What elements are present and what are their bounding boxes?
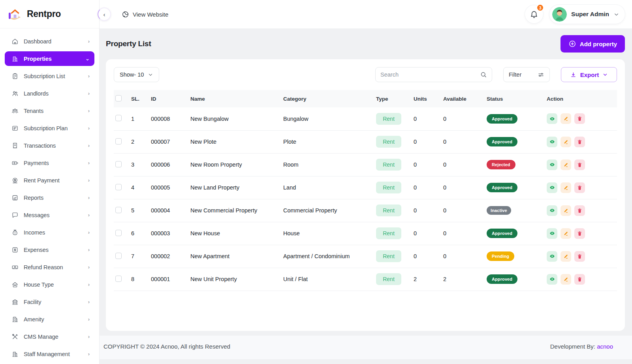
row-checkbox[interactable] xyxy=(115,184,122,190)
cell-units: 0 xyxy=(412,176,442,199)
edit-button[interactable] xyxy=(561,159,571,170)
payments-icon xyxy=(11,159,19,167)
col-header-sl: SL. xyxy=(130,90,149,107)
row-checkbox[interactable] xyxy=(115,230,122,236)
sidebar-item-tenants[interactable]: Tenants › xyxy=(5,103,94,118)
edit-button[interactable] xyxy=(561,251,571,262)
sidebar-item-label: Facility xyxy=(24,299,88,305)
delete-button[interactable] xyxy=(574,159,585,170)
delete-button[interactable] xyxy=(574,113,585,124)
export-button[interactable]: Export xyxy=(561,67,617,82)
view-button[interactable] xyxy=(547,137,557,147)
incomes-icon xyxy=(11,229,19,236)
status-badge: Approved xyxy=(487,114,517,124)
cell-name: New Plote xyxy=(189,130,282,153)
delete-button[interactable] xyxy=(574,137,585,147)
sidebar-item-rent-payment[interactable]: Rent Payment › xyxy=(5,173,94,188)
view-website-link[interactable]: View Website xyxy=(122,11,168,18)
sidebar-item-payments[interactable]: Payments › xyxy=(5,156,94,170)
view-button[interactable] xyxy=(547,274,557,285)
sidebar-item-label: House Type xyxy=(24,281,88,288)
sidebar-item-reports[interactable]: Reports › xyxy=(5,190,94,205)
notification-badge: 3 xyxy=(536,4,544,11)
sidebar-item-house-type[interactable]: House Type › xyxy=(5,277,94,292)
sidebar-item-facility[interactable]: Facility › xyxy=(5,295,94,309)
row-checkbox[interactable] xyxy=(115,253,122,259)
trash-icon xyxy=(577,231,582,236)
cell-available: 0 xyxy=(442,153,485,176)
globe-icon xyxy=(122,11,129,18)
sidebar-item-subscription-plan[interactable]: Subscription Plan › xyxy=(5,121,94,135)
sidebar-item-expenses[interactable]: Expenses › xyxy=(5,242,94,257)
bell-icon xyxy=(530,10,538,19)
edit-button[interactable] xyxy=(561,274,571,285)
sidebar-item-incomes[interactable]: Incomes › xyxy=(5,225,94,240)
sidebar-item-messages[interactable]: Messages › xyxy=(5,208,94,222)
add-property-button[interactable]: Add property xyxy=(561,35,625,53)
row-checkbox[interactable] xyxy=(115,207,122,213)
delete-button[interactable] xyxy=(574,182,585,193)
refund-reason-icon xyxy=(11,263,19,271)
brand-logo[interactable]: Rentpro xyxy=(0,0,99,28)
view-button[interactable] xyxy=(547,228,557,239)
sidebar-item-dashboard[interactable]: Dashboard › xyxy=(5,34,94,49)
sidebar-item-amenity[interactable]: Amenity › xyxy=(5,312,94,326)
delete-button[interactable] xyxy=(574,274,585,285)
select-all-checkbox[interactable] xyxy=(115,95,122,101)
topbar: View Website 3 Supe xyxy=(100,0,632,28)
sidebar-item-properties[interactable]: Properties ⌄ xyxy=(5,51,94,66)
edit-button[interactable] xyxy=(561,205,571,216)
show-entries-select[interactable]: Show- 10 xyxy=(114,67,159,82)
trash-icon xyxy=(577,208,582,213)
sidebar-item-subscription-list[interactable]: Subscription List › xyxy=(5,69,94,83)
rent-payment-icon xyxy=(11,176,19,184)
row-checkbox[interactable] xyxy=(115,161,122,167)
view-button[interactable] xyxy=(547,113,557,124)
view-button[interactable] xyxy=(547,182,557,193)
sidebar-item-landlords[interactable]: Landlords › xyxy=(5,86,94,101)
cell-id: 000005 xyxy=(149,176,189,199)
col-header-name: Name xyxy=(189,90,282,107)
filter-button[interactable]: Filter xyxy=(503,67,550,82)
col-header-action: Action xyxy=(545,90,617,107)
row-checkbox[interactable] xyxy=(115,276,122,282)
view-button[interactable] xyxy=(547,205,557,216)
trash-icon xyxy=(577,254,582,259)
sidebar-item-refund-reason[interactable]: Refund Reason › xyxy=(5,260,94,274)
status-badge: Approved xyxy=(487,229,517,238)
row-checkbox[interactable] xyxy=(115,115,122,121)
pencil-icon xyxy=(563,277,568,282)
profile-menu[interactable]: Super Admin xyxy=(549,5,625,24)
table-row: 7 000002 New Apartment Apartment / Condo… xyxy=(114,245,617,268)
acnoo-link[interactable]: acnoo xyxy=(597,343,613,350)
cell-sl: 6 xyxy=(130,222,149,245)
chevron-right-icon: › xyxy=(88,351,90,357)
edit-button[interactable] xyxy=(561,182,571,193)
edit-button[interactable] xyxy=(561,228,571,239)
chevron-down-icon xyxy=(602,72,608,77)
sidebar-item-transactions[interactable]: Transactions › xyxy=(5,138,94,153)
facility-icon xyxy=(11,298,19,306)
cms-manage-icon xyxy=(11,333,19,340)
row-checkbox[interactable] xyxy=(115,138,122,144)
reports-icon xyxy=(11,194,19,201)
edit-button[interactable] xyxy=(561,113,571,124)
sidebar-item-cms-manage[interactable]: CMS Manage › xyxy=(5,329,94,344)
delete-button[interactable] xyxy=(574,251,585,262)
sidebar-item-staff-management[interactable]: Staff Management › xyxy=(5,347,94,361)
pencil-icon xyxy=(563,231,568,236)
delete-button[interactable] xyxy=(574,228,585,239)
view-button[interactable] xyxy=(547,251,557,262)
search-icon[interactable] xyxy=(480,71,487,78)
house-type-icon xyxy=(11,281,19,288)
chevron-right-icon: › xyxy=(88,160,90,166)
delete-button[interactable] xyxy=(574,205,585,216)
sidebar-collapse-button[interactable]: ‹ xyxy=(98,8,111,21)
sidebar-item-label: Transactions xyxy=(24,143,88,149)
search-input[interactable] xyxy=(380,71,480,78)
pencil-icon xyxy=(563,116,568,121)
edit-button[interactable] xyxy=(561,137,571,147)
notifications-button[interactable]: 3 xyxy=(525,5,543,23)
sidebar-item-label: Amenity xyxy=(24,316,88,323)
view-button[interactable] xyxy=(547,159,557,170)
